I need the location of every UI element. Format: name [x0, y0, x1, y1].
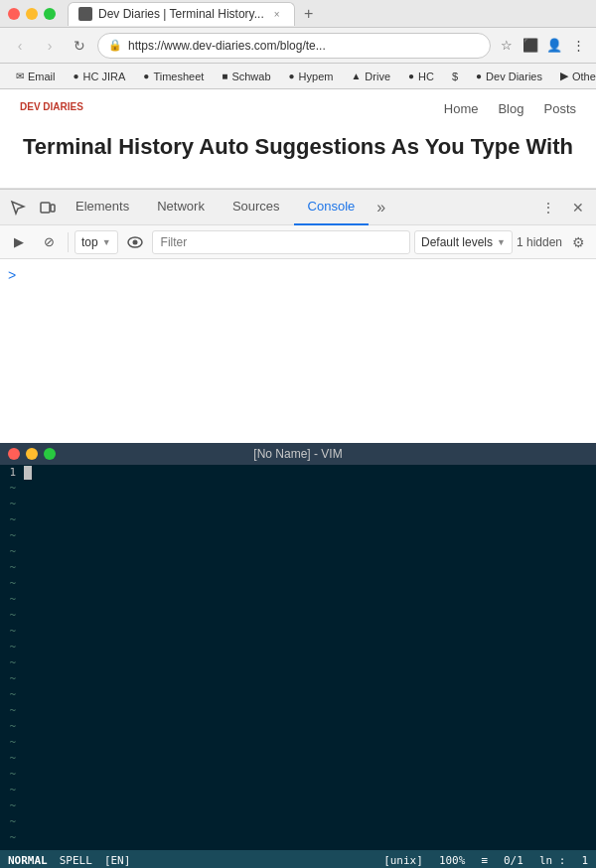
- hypem-icon: ●: [289, 71, 295, 81]
- bookmark-star-icon[interactable]: ☆: [497, 36, 517, 56]
- menu-icon[interactable]: ⋮: [568, 36, 588, 56]
- vim-line-5: ~: [9, 528, 16, 544]
- address-bar[interactable]: 🔒 https://www.dev-diaries.com/blog/te...: [97, 33, 491, 59]
- vim-maximize-light[interactable]: [44, 448, 56, 460]
- vim-line-6: ~: [9, 544, 16, 560]
- nav-posts[interactable]: Posts: [543, 101, 576, 116]
- tab-close-button[interactable]: ×: [270, 7, 284, 21]
- close-traffic-light[interactable]: [8, 8, 20, 20]
- vim-line-8: ~: [9, 576, 16, 592]
- console-input[interactable]: [22, 268, 588, 282]
- tab-elements[interactable]: Elements: [62, 190, 143, 225]
- tab-network[interactable]: Network: [143, 190, 219, 225]
- bookmark-drive-label: Drive: [365, 71, 390, 82]
- timesheet-icon: ●: [143, 71, 149, 81]
- vim-separator: ≡: [481, 854, 488, 867]
- bookmark-hypem[interactable]: ● Hypem: [281, 69, 342, 84]
- hc-jira-icon: ●: [74, 71, 79, 81]
- bookmark-schwab[interactable]: ■ Schwab: [214, 69, 278, 84]
- refresh-button[interactable]: ↻: [68, 34, 91, 58]
- vim-file-format: [unix]: [383, 854, 423, 867]
- vim-line-1: 1: [9, 465, 16, 481]
- console-eye-button[interactable]: [122, 229, 148, 255]
- svg-rect-0: [41, 203, 50, 213]
- vim-line-2: ~: [9, 481, 16, 497]
- vim-enc: [EN]: [104, 854, 131, 867]
- svg-rect-1: [51, 205, 55, 212]
- new-tab-button[interactable]: +: [299, 4, 319, 24]
- page-title: Terminal History Auto Suggestions As You…: [23, 134, 573, 160]
- vim-spell: SPELL: [60, 854, 92, 867]
- lock-icon: 🔒: [108, 39, 122, 52]
- maximize-traffic-light[interactable]: [44, 8, 56, 20]
- filter-input[interactable]: [152, 230, 410, 254]
- bookmark-hc-jira-label: HC JIRA: [83, 71, 126, 82]
- vim-cursor: [24, 466, 32, 480]
- bookmark-email[interactable]: ✉ Email: [8, 69, 64, 84]
- bookmark-email-label: Email: [28, 71, 56, 82]
- vim-line-7: ~: [9, 560, 16, 576]
- bookmark-dollar[interactable]: $: [444, 69, 466, 84]
- vim-close-light[interactable]: [8, 448, 20, 460]
- tab-bar: Dev Diaries | Terminal History... × +: [68, 0, 588, 27]
- devtools-actions: ⋮ ✕: [534, 194, 592, 221]
- active-tab[interactable]: Dev Diaries | Terminal History... ×: [68, 2, 295, 26]
- context-selector[interactable]: top ▼: [74, 230, 118, 254]
- bookmark-drive[interactable]: ▲ Drive: [343, 69, 398, 84]
- browser-toolbar: ‹ › ↻ 🔒 https://www.dev-diaries.com/blog…: [0, 28, 596, 64]
- device-toolbar-toggle[interactable]: [34, 194, 62, 221]
- vim-editor-area[interactable]: [20, 465, 596, 850]
- console-clear-button[interactable]: ⊘: [36, 229, 62, 255]
- address-text: https://www.dev-diaries.com/blog/te...: [128, 39, 326, 53]
- more-tabs-button[interactable]: »: [369, 190, 393, 225]
- devtools-panel: Elements Network Sources Console » ⋮ ✕ ▶…: [0, 189, 596, 443]
- tab-favicon: [78, 7, 92, 21]
- vim-line-22: ~: [9, 798, 16, 814]
- schwab-icon: ■: [222, 71, 227, 81]
- tab-sources[interactable]: Sources: [219, 190, 294, 225]
- hidden-count: 1 hidden: [517, 235, 562, 249]
- bookmark-other[interactable]: ▶ Other Bookmarks: [552, 68, 596, 84]
- element-picker-tool[interactable]: [4, 194, 32, 221]
- nav-blog[interactable]: Blog: [498, 101, 523, 116]
- bookmark-hc-jira[interactable]: ● HC JIRA: [66, 69, 134, 84]
- console-settings-button[interactable]: ⚙: [566, 230, 590, 254]
- vim-statusline: NORMAL SPELL [EN] [unix] 100% ≡ 0/1 ln :…: [0, 850, 596, 868]
- toolbar-separator-1: [68, 232, 69, 252]
- bookmark-dev-diaries[interactable]: ● Dev Diaries: [468, 69, 550, 84]
- bookmark-timesheet[interactable]: ● Timesheet: [135, 69, 212, 84]
- bookmark-dollar-label: $: [452, 71, 458, 82]
- devtools-close-button[interactable]: ✕: [564, 194, 592, 221]
- vim-line-13: ~: [9, 655, 16, 671]
- vim-line-15: ~: [9, 687, 16, 703]
- extension-puzzle-icon[interactable]: ⬛: [521, 36, 540, 56]
- drive-icon: ▲: [351, 71, 361, 81]
- webpage-content: DEV DIARIES Home Blog Posts Terminal His…: [0, 89, 596, 189]
- log-level-selector[interactable]: Default levels ▼: [414, 230, 513, 254]
- devtools-settings-button[interactable]: ⋮: [534, 194, 562, 221]
- devtools-tabs: Elements Network Sources Console »: [62, 190, 534, 224]
- back-button[interactable]: ‹: [8, 34, 32, 58]
- vim-line-18: ~: [9, 735, 16, 751]
- console-chevron[interactable]: >: [8, 267, 16, 283]
- vim-minimize-light[interactable]: [26, 448, 38, 460]
- vim-ln-label: ln :: [539, 854, 566, 867]
- vim-line-3: ~: [9, 497, 16, 512]
- tab-console[interactable]: Console: [294, 190, 370, 225]
- minimize-traffic-light[interactable]: [26, 8, 38, 20]
- nav-home[interactable]: Home: [444, 101, 479, 116]
- context-dropdown-arrow: ▼: [102, 237, 111, 247]
- bookmark-hc[interactable]: ● HC: [400, 69, 442, 84]
- dev-diaries-icon: ●: [476, 71, 482, 81]
- vim-title: [No Name] - VIM: [253, 447, 342, 461]
- forward-button[interactable]: ›: [38, 34, 62, 58]
- vim-position: 0/1: [504, 854, 523, 867]
- vim-line-23: ~: [9, 814, 16, 830]
- account-icon[interactable]: 👤: [544, 36, 564, 56]
- devtools-tab-bar: Elements Network Sources Console » ⋮ ✕: [0, 190, 596, 225]
- vim-line-12: ~: [9, 640, 16, 655]
- console-play-button[interactable]: ▶: [6, 229, 32, 255]
- tab-title: Dev Diaries | Terminal History...: [98, 7, 264, 21]
- vim-line-24: ~: [9, 830, 16, 846]
- console-body: >: [0, 259, 596, 443]
